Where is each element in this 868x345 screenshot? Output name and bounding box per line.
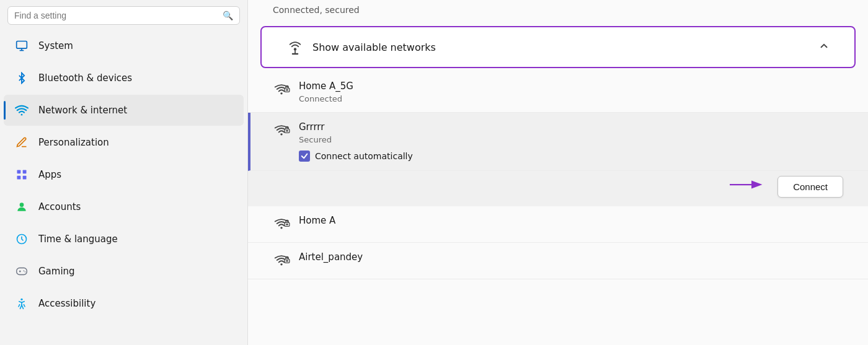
- broadcast-icon: [286, 38, 304, 56]
- svg-rect-5: [23, 170, 27, 174]
- network-name-grrrrr: Grrrrr: [299, 121, 843, 133]
- wifi-lock-icon: [273, 82, 290, 99]
- sidebar-item-label: Gaming: [38, 266, 75, 277]
- bluetooth-icon: [14, 70, 30, 86]
- sidebar-item-label: Time & language: [38, 234, 118, 245]
- network-row-grrrrr[interactable]: Grrrrr Secured Connect automatically: [248, 113, 868, 171]
- sidebar-item-bluetooth[interactable]: Bluetooth & devices: [4, 63, 244, 94]
- sidebar-item-label: Personalization: [38, 137, 109, 148]
- svg-rect-24: [286, 130, 288, 132]
- network-status: Connected: [299, 94, 843, 103]
- sidebar-item-apps[interactable]: Apps: [4, 159, 244, 190]
- sidebar-item-accounts[interactable]: Accounts: [4, 191, 244, 222]
- sidebar-item-accessibility[interactable]: Accessibility: [4, 288, 244, 319]
- time-icon: [14, 231, 30, 247]
- svg-rect-29: [286, 224, 288, 225]
- network-icon: [14, 102, 30, 118]
- accessibility-icon: [14, 295, 30, 312]
- svg-rect-6: [17, 176, 21, 180]
- connect-auto-checkbox[interactable]: [299, 151, 310, 162]
- connected-status-text: Connected, secured: [273, 5, 360, 15]
- connect-button[interactable]: Connect: [777, 176, 843, 198]
- connected-header: Connected, secured: [248, 0, 868, 22]
- sidebar-item-label: Bluetooth & devices: [38, 72, 132, 84]
- network-info-grrrrr: Grrrrr Secured Connect automatically: [299, 121, 843, 162]
- svg-rect-21: [286, 89, 288, 91]
- sidebar-item-gaming[interactable]: Gaming: [4, 256, 244, 287]
- gaming-icon: [14, 263, 30, 279]
- sidebar-item-system[interactable]: System: [4, 30, 244, 61]
- svg-point-16: [294, 48, 296, 50]
- sidebar-item-label: Accounts: [38, 201, 81, 212]
- sidebar-item-network[interactable]: Network & internet: [4, 95, 244, 126]
- search-icon: 🔍: [223, 11, 233, 20]
- network-row-home5g[interactable]: Home A_5G Connected: [248, 72, 868, 113]
- network-info-home5g: Home A_5G Connected: [299, 81, 843, 103]
- network-name-homea: Home A: [299, 215, 843, 226]
- svg-point-19: [280, 92, 282, 94]
- sidebar: 🔍 System Bluetooth & devices: [0, 0, 248, 345]
- sidebar-item-label: Apps: [38, 169, 61, 180]
- sidebar-item-label: Network & internet: [38, 105, 127, 116]
- svg-rect-7: [23, 176, 27, 180]
- sidebar-item-label: Accessibility: [38, 298, 95, 309]
- svg-rect-4: [17, 170, 21, 174]
- svg-point-22: [280, 133, 282, 135]
- wifi-lock-icon-3: [273, 216, 290, 234]
- network-row-airtel[interactable]: Airtel_pandey: [248, 243, 868, 279]
- wifi-lock-icon-2: [273, 123, 290, 140]
- chevron-up-icon: [818, 40, 830, 54]
- sidebar-item-time[interactable]: Time & language: [4, 224, 244, 255]
- svg-rect-32: [286, 260, 288, 262]
- network-list: Connected, secured Show available networ…: [248, 0, 868, 279]
- show-networks-label: Show available networks: [312, 41, 810, 53]
- arrow-right-icon: [728, 176, 765, 198]
- main-content: Connected, secured Show available networ…: [248, 0, 868, 345]
- network-status-grrrrr: Secured: [299, 135, 843, 144]
- wifi-lock-icon-4: [273, 253, 290, 270]
- connect-auto-label: Connect automatically: [315, 151, 413, 161]
- monitor-icon: [14, 38, 30, 54]
- connect-auto-row: Connect automatically: [299, 151, 843, 162]
- personalization-icon: [14, 134, 30, 151]
- network-row-homea[interactable]: Home A: [248, 206, 868, 243]
- svg-point-3: [21, 114, 23, 116]
- sidebar-item-personalization[interactable]: Personalization: [4, 127, 244, 158]
- svg-rect-10: [17, 268, 27, 275]
- svg-point-14: [25, 271, 26, 273]
- show-networks-row[interactable]: Show available networks: [260, 26, 856, 68]
- connect-btn-row: Connect: [248, 171, 868, 206]
- search-box[interactable]: 🔍: [7, 6, 240, 25]
- svg-point-8: [20, 203, 24, 207]
- accounts-icon: [14, 199, 30, 215]
- svg-rect-0: [17, 41, 27, 49]
- svg-point-13: [24, 270, 25, 271]
- network-name-airtel: Airtel_pandey: [299, 251, 843, 263]
- svg-point-30: [280, 263, 282, 265]
- sidebar-nav: System Bluetooth & devices Network &: [0, 30, 247, 320]
- network-name: Home A_5G: [299, 81, 843, 92]
- svg-point-15: [20, 299, 22, 300]
- svg-point-27: [280, 227, 282, 229]
- network-info-homea: Home A: [299, 215, 843, 226]
- sidebar-item-label: System: [38, 40, 73, 51]
- svg-rect-18: [292, 53, 299, 55]
- search-input[interactable]: [14, 11, 218, 20]
- network-info-airtel: Airtel_pandey: [299, 251, 843, 263]
- apps-icon: [14, 167, 30, 183]
